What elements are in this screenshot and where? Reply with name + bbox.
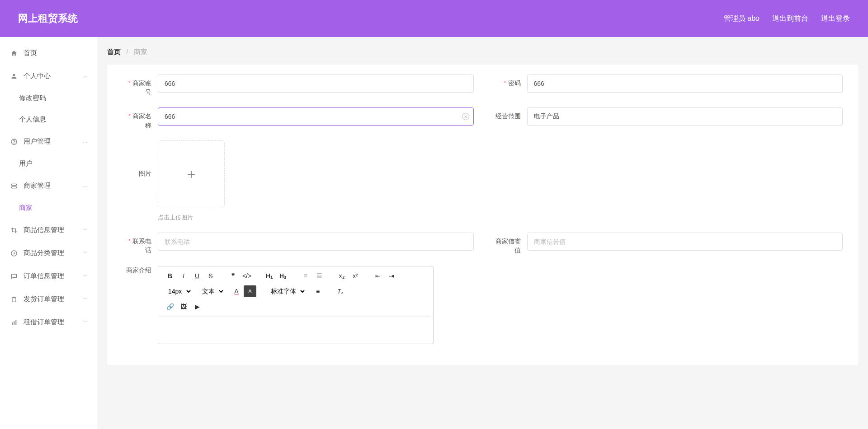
block-type-select[interactable]: 文本 [198,285,225,297]
link-icon[interactable]: 🔗 [164,301,176,312]
crop-icon [10,226,18,234]
account-label: *商家账号 [123,75,158,97]
chevron-up-icon: ︿ [83,182,88,190]
home-icon [10,49,18,57]
sidebar-label-home: 首页 [24,49,37,57]
editor-body[interactable] [158,317,433,344]
account-input[interactable] [158,75,474,93]
breadcrumb: 首页 / 商家 [107,45,858,65]
sidebar-label-ship-order: 发货订单管理 [24,295,64,303]
chevron-down-icon: ﹀ [83,249,88,257]
phone-input[interactable] [158,233,474,251]
font-size-select[interactable]: 14px [164,285,192,297]
sidebar-item-product-cat[interactable]: 商品分类管理 ﹀ [0,242,97,265]
font-family-select[interactable]: 标准字体 [266,285,306,297]
clock-icon [10,249,18,257]
scope-input[interactable] [527,107,843,126]
clear-format-icon[interactable]: Tₓ [334,285,347,297]
video-icon[interactable]: ▶ [191,301,203,312]
italic-icon[interactable]: I [177,270,190,282]
header-links: 管理员 abo 退出到前台 退出登录 [724,14,850,23]
reputation-input[interactable] [527,233,843,251]
sidebar-item-product-info[interactable]: 商品信息管理 ﹀ [0,219,97,242]
svg-rect-3 [12,187,17,188]
bg-color-icon[interactable]: A [244,285,256,297]
clipboard-icon [10,295,18,303]
sidebar-item-personal[interactable]: 个人中心 ︿ [0,65,97,88]
chevron-down-icon: ﹀ [83,272,88,280]
phone-label: *联系电话 [123,233,158,255]
chart-icon [10,318,18,326]
back-to-front-link[interactable]: 退出到前台 [772,14,808,23]
upload-box[interactable]: ＋ [158,140,225,207]
editor-toolbar: B I U S ❞ </> H₁ H₂ ≡ ☰ [158,266,433,317]
strike-icon[interactable]: S [204,270,217,282]
indent-icon[interactable]: ⇥ [385,270,398,282]
reputation-label: 商家信誉值 [492,233,527,255]
chevron-down-icon: ﹀ [83,295,88,303]
sidebar-item-merchant-mgmt[interactable]: 商家管理 ︿ [0,174,97,197]
h1-icon[interactable]: H₁ [263,270,276,282]
svg-rect-2 [12,184,17,185]
sidebar-label-product-cat: 商品分类管理 [24,249,64,257]
image-label: 图片 [123,140,158,178]
main-content: 首页 / 商家 *商家账号 *密码 *商家名称 [97,37,868,429]
quote-icon[interactable]: ❞ [227,270,240,282]
chevron-down-icon: ﹀ [83,318,88,326]
upload-hint: 点击上传图片 [158,214,225,222]
sidebar-label-personal: 个人中心 [24,72,51,80]
svg-rect-6 [12,322,13,325]
underline-icon[interactable]: U [191,270,203,282]
breadcrumb-home[interactable]: 首页 [107,48,121,56]
message-icon [10,272,18,280]
chevron-up-icon: ︿ [83,72,88,80]
app-title: 网上租贸系统 [18,12,78,25]
plus-icon: ＋ [184,165,198,183]
sidebar-label-product-info: 商品信息管理 [24,226,64,234]
chevron-down-icon: ﹀ [83,226,88,234]
person-icon [10,72,18,80]
help-icon [10,138,18,146]
superscript-icon[interactable]: x² [349,270,362,282]
intro-label: 商家介绍 [123,266,158,275]
sidebar-label-lease-order: 租借订单管理 [24,318,64,326]
svg-rect-8 [15,320,16,325]
sidebar-label-order-info: 订单信息管理 [24,272,64,280]
sidebar-item-order-info[interactable]: 订单信息管理 ﹀ [0,265,97,288]
ol-icon[interactable]: ≡ [299,270,312,282]
ul-icon[interactable]: ☰ [313,270,326,282]
subscript-icon[interactable]: x₂ [335,270,348,282]
sidebar-subitem-modify-pwd[interactable]: 修改密码 [0,88,97,109]
bold-icon[interactable]: B [164,270,176,282]
sidebar-subitem-users[interactable]: 用户 [0,153,97,174]
breadcrumb-current: 商家 [134,48,147,56]
sidebar: 首页 个人中心 ︿ 修改密码 个人信息 用户管理 ︿ 用户 商家管理 ︿ [0,37,97,429]
scope-label: 经营范围 [492,107,527,121]
sidebar-subitem-personal-info[interactable]: 个人信息 [0,109,97,130]
name-label: *商家名称 [123,107,158,130]
image-icon[interactable]: 🖼 [177,301,190,312]
name-input[interactable] [158,107,474,126]
svg-rect-7 [14,321,14,325]
password-input[interactable] [527,75,843,93]
breadcrumb-sep: / [126,48,128,56]
form-panel: *商家账号 *密码 *商家名称 ✕ 经营范围 [107,65,858,365]
server-icon [10,182,18,190]
sidebar-item-user-mgmt[interactable]: 用户管理 ︿ [0,130,97,153]
password-label: *密码 [492,75,527,88]
logout-link[interactable]: 退出登录 [821,14,850,23]
sidebar-subitem-merchant[interactable]: 商家 [0,197,97,219]
code-icon[interactable]: </> [241,270,253,282]
sidebar-label-user-mgmt: 用户管理 [24,137,51,146]
outdent-icon[interactable]: ⇤ [372,270,384,282]
text-color-icon[interactable]: A [230,285,243,297]
sidebar-item-home[interactable]: 首页 [0,42,97,65]
clear-icon[interactable]: ✕ [462,113,469,120]
h2-icon[interactable]: H₂ [277,270,289,282]
align-icon[interactable]: ≡ [311,285,324,297]
sidebar-item-ship-order[interactable]: 发货订单管理 ﹀ [0,288,97,311]
sidebar-label-merchant-mgmt: 商家管理 [24,182,51,190]
admin-label[interactable]: 管理员 abo [724,14,760,23]
chevron-up-icon: ︿ [83,138,88,145]
sidebar-item-lease-order[interactable]: 租借订单管理 ﹀ [0,311,97,334]
